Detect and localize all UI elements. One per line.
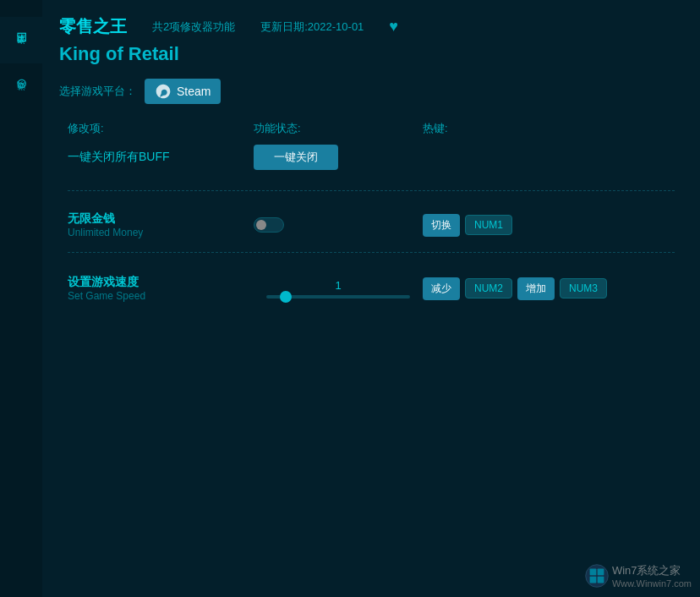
- header-info: 共2项修改器功能: [152, 19, 235, 35]
- main-content: 零售之王 共2项修改器功能 更新日期:2022-10-01 ♥ King of …: [42, 0, 700, 597]
- steam-button[interactable]: Steam: [145, 79, 221, 104]
- game-title-en: King of Retail: [59, 43, 683, 65]
- platform-label: 选择游戏平台：: [59, 84, 136, 99]
- hotkey-key-money: NUM1: [465, 215, 512, 235]
- steam-icon: [155, 83, 172, 100]
- increase-button[interactable]: 增加: [517, 277, 555, 300]
- decrease-hotkey: NUM2: [465, 278, 512, 298]
- speed-row: 设置游戏速度 Set Game Speed 1 减少 NUM2 增加 NUM3: [59, 266, 683, 310]
- svg-point-1: [586, 565, 609, 588]
- svg-rect-4: [589, 577, 596, 583]
- mod-name-cn-money: 无限金钱: [68, 211, 254, 227]
- svg-rect-3: [598, 569, 604, 576]
- game-icon: ⊙: [16, 75, 27, 91]
- table-header: 修改项: 功能状态: 热键:: [59, 121, 683, 136]
- svg-rect-2: [589, 569, 596, 576]
- header-update: 更新日期:2022-10-01: [260, 19, 364, 35]
- close-all-button[interactable]: 一键关闭: [254, 145, 338, 170]
- sidebar-item-game[interactable]: ⊙ 游戏: [0, 63, 42, 110]
- col-header-hotkey: 热键:: [423, 121, 592, 136]
- increase-hotkey: NUM3: [560, 278, 607, 298]
- col-header-mod: 修改项:: [68, 121, 254, 136]
- close-all-row: 一键关闭所有BUFF 一键关闭: [59, 145, 683, 170]
- mod-name-en-money: Unlimited Money: [68, 227, 254, 238]
- toggle-switch-money[interactable]: [254, 217, 284, 233]
- speed-value: 1: [335, 279, 341, 292]
- game-title-cn: 零售之王: [59, 15, 127, 38]
- hotkey-switch-btn-money[interactable]: 切换: [423, 214, 460, 237]
- sidebar-label-resource: 资源: [17, 48, 25, 52]
- watermark-logo: Win7系统之家 Www.Winwin7.com: [585, 563, 692, 589]
- speed-slider[interactable]: [266, 295, 410, 298]
- sidebar-item-resource[interactable]: ⊞ 资源: [0, 17, 42, 63]
- col-header-status: 功能状态:: [254, 121, 423, 136]
- section-divider-1: [68, 190, 675, 191]
- favorite-icon[interactable]: ♥: [389, 18, 398, 36]
- mod-hotkey-area-money: 切换 NUM1: [423, 214, 512, 237]
- watermark: Win7系统之家 Www.Winwin7.com: [585, 563, 692, 589]
- platform-row: 选择游戏平台： Steam: [59, 79, 683, 104]
- steam-label: Steam: [177, 85, 211, 98]
- decrease-button[interactable]: 减少: [423, 277, 460, 300]
- watermark-text: Win7系统之家 Www.Winwin7.com: [612, 563, 692, 589]
- speed-name-cn: 设置游戏速度: [68, 275, 254, 290]
- svg-rect-5: [598, 577, 604, 583]
- header: 零售之王 共2项修改器功能 更新日期:2022-10-01 ♥: [59, 15, 683, 38]
- close-all-label: 一键关闭所有BUFF: [68, 150, 254, 165]
- sidebar: ⊞ 资源 ⊙ 游戏: [0, 0, 42, 597]
- sidebar-label-game: 游戏: [17, 95, 25, 98]
- speed-name-en: Set Game Speed: [68, 290, 254, 302]
- speed-hotkey-area: 减少 NUM2 增加 NUM3: [423, 277, 607, 300]
- windows-logo-icon: [585, 564, 609, 588]
- resource-icon: ⊞: [16, 29, 27, 45]
- mod-row-money: 无限金钱 Unlimited Money 切换 NUM1: [59, 205, 683, 245]
- toggle-knob-money: [256, 220, 266, 230]
- section-divider-2: [68, 252, 675, 253]
